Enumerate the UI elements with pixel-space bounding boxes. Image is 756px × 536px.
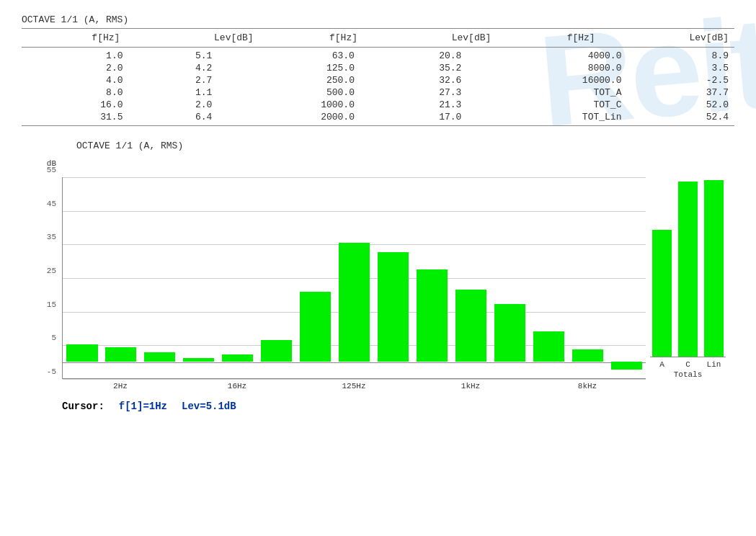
cell-1-4: 8000.0 [467, 62, 627, 74]
y-tick-label: 25 [47, 267, 56, 275]
x-axis-label: 16Hz [223, 382, 252, 390]
bar [144, 352, 175, 362]
bar-wrapper [529, 177, 568, 378]
col-header-4: Lev[dB] [363, 31, 497, 45]
cell-0-1: 5.1 [128, 50, 218, 62]
cell-1-0: 2.0 [22, 62, 128, 74]
bar [222, 354, 253, 361]
x-axis-labels: 2Hz16Hz125Hz1kHz8kHz [62, 382, 646, 395]
cell-1-3: 35.2 [360, 62, 467, 74]
bar [378, 252, 409, 362]
cell-4-1: 2.0 [128, 99, 218, 111]
cell-5-2: 2000.0 [218, 111, 360, 123]
bar [494, 304, 525, 361]
bar-wrapper [374, 177, 413, 378]
col-header-5: f[Hz] [497, 31, 600, 45]
chart-title: OCTAVE 1/1 (A, RMS) [76, 140, 734, 151]
cell-3-5: 37.7 [627, 86, 734, 99]
table-row: 4.02.7250.032.616000.0-2.5 [22, 74, 734, 86]
data-table: f[Hz] Lev[dB] f[Hz] Lev[dB] f[Hz] Lev[dB… [22, 31, 734, 45]
bar-wrapper [335, 177, 374, 378]
table-head: f[Hz] Lev[dB] f[Hz] Lev[dB] f[Hz] Lev[dB… [22, 31, 734, 45]
x-axis-label: 125Hz [339, 382, 368, 390]
bar [261, 340, 292, 362]
cell-4-2: 1000.0 [218, 99, 360, 111]
y-gridline [63, 379, 646, 380]
y-tick-label: 45 [47, 200, 56, 208]
bar-wrapper [412, 177, 451, 378]
col-header-6: Lev[dB] [601, 31, 734, 45]
cell-0-2: 63.0 [218, 50, 360, 62]
cell-3-4: TOT_A [467, 86, 627, 99]
table-section: OCTAVE 1/1 (A, RMS) f[Hz] Lev[dB] f[Hz] … [22, 14, 734, 126]
totals-bar-wrapper [676, 156, 700, 357]
x-axis-label: 1kHz [456, 382, 485, 390]
bar [300, 292, 331, 362]
bar-wrapper [141, 177, 179, 378]
cell-0-4: 4000.0 [467, 50, 627, 62]
x-axis-label: 8kHz [573, 382, 602, 390]
totals-label: Totals [650, 370, 726, 379]
table-row: 2.04.2125.035.28000.03.5 [22, 62, 734, 74]
cell-5-0: 31.5 [22, 111, 128, 123]
cell-4-5: 52.0 [627, 99, 734, 111]
table-row: 31.56.42000.017.0TOT_Lin52.4 [22, 111, 734, 123]
bar [183, 358, 214, 362]
totals-x-labels: ACLin [650, 360, 726, 369]
cell-4-4: TOT_C [467, 99, 627, 111]
totals-bars [650, 156, 726, 357]
table-title: OCTAVE 1/1 (A, RMS) [22, 14, 734, 25]
bar-wrapper [451, 177, 490, 378]
cell-5-5: 52.4 [627, 111, 734, 123]
cell-2-1: 2.7 [128, 74, 218, 86]
cursor-freq: f[1]=1Hz [119, 401, 167, 412]
chart-main-area [62, 177, 646, 379]
cell-3-1: 1.1 [128, 86, 218, 99]
bar [105, 347, 136, 362]
table-row: 1.05.163.020.84000.08.9 [22, 50, 734, 62]
bar [339, 243, 370, 361]
totals-x-label: Lin [702, 360, 726, 369]
x-axis-label: 2Hz [106, 382, 135, 390]
y-tick-label: 55 [47, 166, 56, 174]
cursor-lev: Lev=5.1dB [182, 401, 236, 412]
cursor-bar: Cursor: f[1]=1Hz Lev=5.1dB [62, 401, 734, 412]
table-row: 16.02.01000.021.3TOT_C52.0 [22, 99, 734, 111]
cell-2-3: 32.6 [360, 74, 467, 86]
mid-divider [22, 47, 734, 48]
bar-wrapper [63, 177, 102, 378]
bottom-divider [22, 125, 734, 126]
cell-2-0: 4.0 [22, 74, 128, 86]
col-header-2: Lev[dB] [125, 31, 259, 45]
cell-2-4: 16000.0 [467, 74, 627, 86]
bar [611, 362, 642, 370]
cell-3-2: 500.0 [218, 86, 360, 99]
cell-0-3: 20.8 [360, 50, 467, 62]
table-body: 1.05.163.020.84000.08.92.04.2125.035.280… [22, 50, 734, 123]
y-tick-label: 15 [47, 300, 56, 309]
bar-wrapper [179, 177, 218, 378]
bar [417, 269, 448, 361]
cell-4-0: 16.0 [22, 99, 128, 111]
totals-bar-wrapper [650, 156, 674, 357]
cell-1-1: 4.2 [128, 62, 218, 74]
bar-wrapper [568, 177, 607, 378]
y-tick-label: -5 [47, 367, 56, 376]
cell-5-3: 17.0 [360, 111, 467, 123]
bar-wrapper [218, 177, 257, 378]
chart-section: dB 55453525155-5 OCTAVE 1/1 (A, RMS) [22, 140, 734, 412]
bar [572, 349, 603, 361]
col-header-3: f[Hz] [259, 31, 363, 45]
bar-wrapper [102, 177, 141, 378]
totals-x-label: A [650, 360, 674, 369]
cell-3-0: 8.0 [22, 86, 128, 99]
cell-0-0: 1.0 [22, 50, 128, 62]
bar-wrapper [607, 177, 646, 378]
top-divider [22, 28, 734, 29]
bar [455, 290, 486, 361]
cell-3-3: 27.3 [360, 86, 467, 99]
y-tick-label: 35 [47, 233, 56, 241]
cell-5-1: 6.4 [128, 111, 218, 123]
cell-2-2: 250.0 [218, 74, 360, 86]
cell-0-5: 8.9 [627, 50, 734, 62]
